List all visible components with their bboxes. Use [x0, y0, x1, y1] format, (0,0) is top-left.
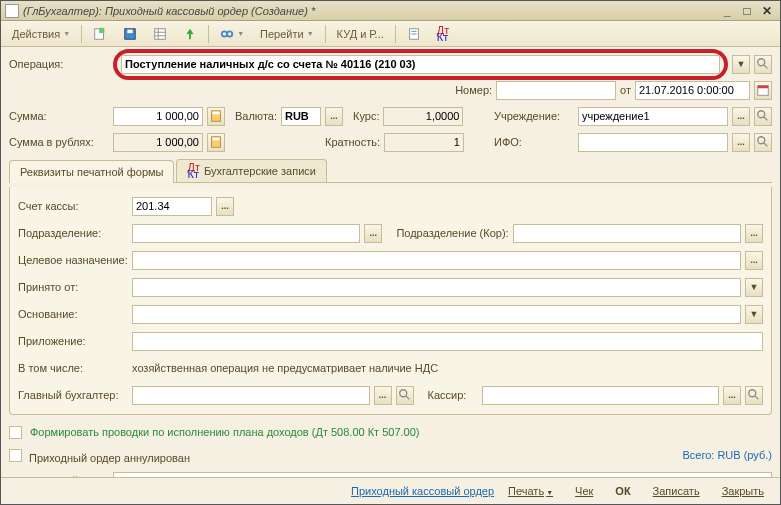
maximize-button[interactable]: □ — [738, 4, 756, 18]
date-picker-button[interactable] — [754, 81, 772, 100]
kudir-button[interactable]: КУД и Р... — [330, 24, 391, 44]
toolbar-btn-new[interactable] — [86, 24, 114, 44]
amount-field[interactable] — [113, 107, 203, 126]
operation-field[interactable] — [121, 55, 720, 74]
including-label: В том числе: — [18, 362, 128, 374]
svg-rect-3 — [128, 29, 133, 33]
content-area: Операция: ▼ Номер: от Сумма: Валюта: ... — [1, 47, 780, 477]
subdivision-kor-field[interactable] — [513, 224, 741, 243]
form-entries-checkbox[interactable] — [9, 426, 22, 439]
app-window: (ГлБухгалтер): Приходный кассовый ордер … — [0, 0, 781, 505]
operation-label: Операция: — [9, 58, 109, 70]
check-button[interactable]: Чек — [567, 482, 601, 500]
svg-line-14 — [764, 65, 768, 69]
amount-rub-field — [113, 133, 203, 152]
cash-account-label: Счет кассы: — [18, 200, 128, 212]
toolbar: Действия▼ ▼ Перейти▼ КУД и Р... ДтКт — [1, 21, 780, 47]
cashier-select[interactable]: ... — [723, 386, 741, 405]
ifo-field[interactable] — [578, 133, 728, 152]
ifo-label: ИФО: — [494, 136, 574, 148]
chief-accountant-label: Главный бухгалтер: — [18, 389, 128, 401]
institution-label: Учреждение: — [494, 110, 574, 122]
tab-bar: Реквизиты печатной формы ДтКтБухгалтерск… — [9, 159, 772, 183]
subdivision-label: Подразделение: — [18, 227, 128, 239]
number-field[interactable] — [496, 81, 616, 100]
svg-rect-16 — [758, 86, 769, 89]
ok-button[interactable]: ОК — [607, 482, 638, 500]
multiplicity-label: Кратность: — [325, 136, 380, 148]
toolbar-btn-dk[interactable]: ДтКт — [430, 24, 457, 44]
chief-accountant-search[interactable] — [396, 386, 414, 405]
currency-field[interactable] — [281, 107, 321, 126]
svg-rect-1 — [99, 27, 104, 32]
close-button[interactable]: ✕ — [758, 4, 776, 18]
tab-entries[interactable]: ДтКтБухгалтерские записи — [176, 159, 326, 182]
window-title: (ГлБухгалтер): Приходный кассовый ордер … — [23, 5, 716, 17]
app-icon — [5, 4, 19, 18]
doc-name-link[interactable]: Приходный кассовый ордер — [351, 485, 494, 497]
toolbar-btn-report[interactable] — [400, 24, 428, 44]
purpose-field[interactable] — [132, 251, 741, 270]
chief-accountant-field[interactable] — [132, 386, 370, 405]
cash-account-select[interactable]: ... — [216, 197, 234, 216]
annulled-checkbox[interactable] — [9, 449, 22, 462]
institution-search[interactable] — [754, 107, 772, 126]
from-label: от — [620, 84, 631, 96]
svg-line-24 — [764, 143, 768, 147]
subdivision-field[interactable] — [132, 224, 360, 243]
basis-dropdown[interactable]: ▼ — [745, 305, 763, 324]
amount-rub-calc[interactable] — [207, 133, 225, 152]
rate-label: Курс: — [353, 110, 379, 122]
amount-label: Сумма: — [9, 110, 109, 122]
svg-line-20 — [764, 117, 768, 121]
vat-note: хозяйственная операция не предусматривае… — [132, 362, 438, 374]
attachment-label: Приложение: — [18, 335, 128, 347]
subdivision-kor-select[interactable]: ... — [745, 224, 763, 243]
print-button[interactable]: Печать▼ — [500, 482, 561, 500]
cashier-label: Кассир: — [428, 389, 478, 401]
received-from-field[interactable] — [132, 278, 741, 297]
purpose-label: Целевое назначение: — [18, 254, 128, 266]
goto-menu[interactable]: Перейти▼ — [253, 24, 321, 44]
toolbar-btn-link[interactable]: ▼ — [213, 24, 251, 44]
actions-menu[interactable]: Действия▼ — [5, 24, 77, 44]
cash-account-field[interactable] — [132, 197, 212, 216]
chief-accountant-select[interactable]: ... — [374, 386, 392, 405]
save-button[interactable]: Записать — [645, 482, 708, 500]
titlebar: (ГлБухгалтер): Приходный кассовый ордер … — [1, 1, 780, 21]
cashier-search[interactable] — [745, 386, 763, 405]
operation-dropdown[interactable]: ▼ — [732, 55, 750, 74]
purpose-select[interactable]: ... — [745, 251, 763, 270]
tab-print-form[interactable]: Реквизиты печатной формы — [9, 160, 174, 183]
institution-field[interactable] — [578, 107, 728, 126]
currency-select[interactable]: ... — [325, 107, 343, 126]
tab-panel: Счет кассы: ... Подразделение: ... Подра… — [9, 187, 772, 415]
date-field[interactable] — [635, 81, 750, 100]
toolbar-btn-spreadsheet[interactable] — [146, 24, 174, 44]
amount-calc-button[interactable] — [207, 107, 225, 126]
number-label: Номер: — [455, 84, 492, 96]
operation-search[interactable] — [754, 55, 772, 74]
ifo-search[interactable] — [754, 133, 772, 152]
minimize-button[interactable]: _ — [718, 4, 736, 18]
basis-field[interactable] — [132, 305, 741, 324]
svg-point-19 — [758, 111, 765, 118]
received-from-label: Принято от: — [18, 281, 128, 293]
svg-point-13 — [758, 59, 765, 66]
svg-point-23 — [758, 137, 765, 144]
close-footer-button[interactable]: Закрыть — [714, 482, 772, 500]
toolbar-btn-post[interactable] — [176, 24, 204, 44]
svg-line-28 — [755, 396, 759, 400]
ifo-select[interactable]: ... — [732, 133, 750, 152]
attachment-field[interactable] — [132, 332, 763, 351]
institution-select[interactable]: ... — [732, 107, 750, 126]
subdivision-kor-label: Подразделение (Кор): — [396, 227, 508, 239]
received-from-dropdown[interactable]: ▼ — [745, 278, 763, 297]
cashier-field[interactable] — [482, 386, 720, 405]
form-entries-label: Формировать проводки по исполнению плана… — [30, 426, 420, 438]
operation-highlight — [113, 49, 728, 80]
subdivision-select[interactable]: ... — [364, 224, 382, 243]
svg-rect-18 — [213, 112, 220, 115]
currency-label: Валюта: — [235, 110, 277, 122]
toolbar-btn-save[interactable] — [116, 24, 144, 44]
